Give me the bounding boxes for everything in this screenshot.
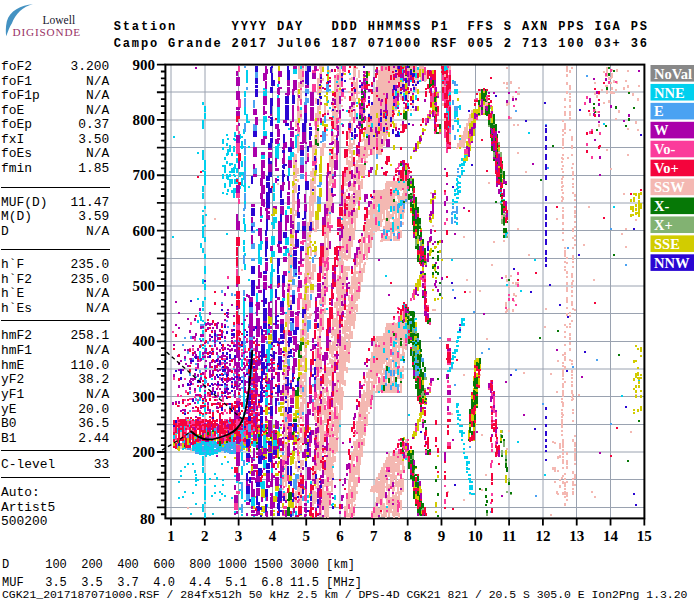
svg-text:11: 11	[502, 528, 516, 544]
svg-text:NNE: NNE	[654, 85, 685, 101]
svg-text:SSW: SSW	[654, 179, 685, 195]
svg-text:14: 14	[603, 528, 619, 544]
svg-text:10: 10	[468, 528, 483, 544]
svg-text:15: 15	[637, 528, 652, 544]
svg-text:200: 200	[133, 444, 156, 460]
svg-text:12: 12	[535, 528, 550, 544]
svg-text:SSE: SSE	[654, 236, 680, 252]
svg-text:9: 9	[438, 528, 446, 544]
svg-text:X-: X-	[654, 198, 669, 214]
svg-text:400: 400	[133, 333, 156, 349]
svg-text:6: 6	[336, 528, 344, 544]
svg-text:W: W	[654, 122, 669, 138]
svg-text:NoVal: NoVal	[654, 66, 692, 82]
svg-text:3: 3	[235, 528, 243, 544]
svg-text:E: E	[654, 103, 664, 119]
svg-text:8: 8	[404, 528, 412, 544]
svg-text:Vo+: Vo+	[654, 160, 679, 176]
svg-text:900: 900	[133, 57, 156, 73]
svg-text:X+: X+	[654, 217, 673, 233]
svg-text:7: 7	[370, 528, 378, 544]
svg-text:13: 13	[569, 528, 584, 544]
svg-text:2: 2	[201, 528, 209, 544]
svg-text:300: 300	[133, 389, 156, 405]
svg-text:1: 1	[167, 528, 175, 544]
svg-text:NNW: NNW	[654, 255, 690, 271]
svg-text:800: 800	[133, 112, 156, 128]
svg-text:80: 80	[140, 511, 155, 527]
svg-text:4: 4	[269, 528, 277, 544]
svg-text:600: 600	[133, 223, 156, 239]
svg-text:Vo-: Vo-	[654, 141, 675, 157]
svg-text:5: 5	[302, 528, 310, 544]
svg-text:700: 700	[133, 167, 156, 183]
svg-text:500: 500	[133, 278, 156, 294]
